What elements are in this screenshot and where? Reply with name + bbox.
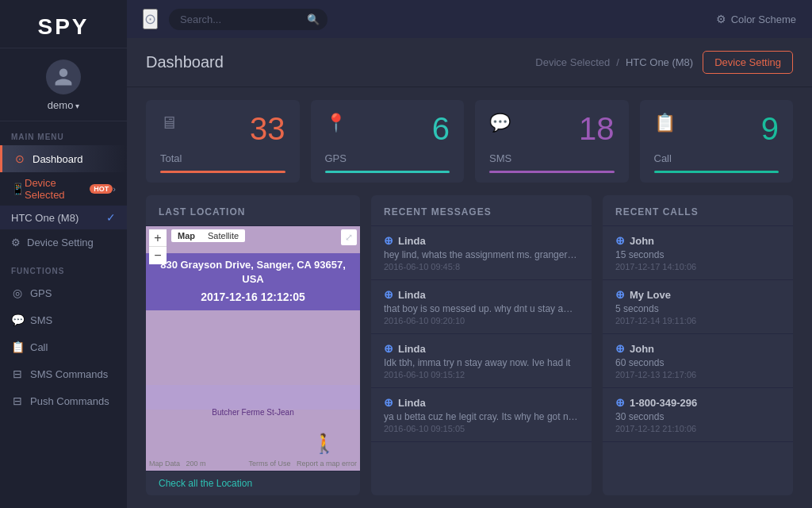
device-setting-button[interactable]: Device Setting: [703, 51, 793, 74]
calls-list: ⊕John 15 seconds 2017-12-17 14:10:06 ⊕My…: [603, 226, 793, 495]
map-panel: LAST LOCATION + − Map Satellite ⤢ 830: [146, 195, 360, 495]
gps-stat-icon: 📍: [325, 113, 347, 133]
page-title: Dashboard: [146, 53, 224, 71]
call-icon-1: ⊕: [615, 288, 625, 301]
zoom-in-button[interactable]: +: [149, 229, 167, 247]
sidebar: SPY demo MAIN MENU ⊙ Dashboard 📱 Device …: [0, 0, 127, 508]
call-name-3: 1-800-349-296: [630, 397, 697, 409]
call-icon-0: ⊕: [615, 234, 625, 247]
breadcrumb-separator: /: [616, 56, 619, 68]
sidebar-item-sms-commands[interactable]: ⊟ SMS Commands: [0, 360, 127, 387]
call-bar: [654, 171, 779, 173]
map-address: 830 Grayson Drive, Sanger, CA 93657, USA…: [146, 253, 360, 310]
checkmark-icon: ✓: [106, 211, 116, 224]
gps-number: 6: [432, 113, 450, 144]
msg-date-2: 2016-06-10 09:15:12: [384, 370, 579, 379]
color-scheme-icon: ⚙: [716, 13, 726, 25]
color-scheme-btn[interactable]: ⚙ Color Scheme: [716, 13, 796, 25]
messages-panel: RECENT MESSAGES ⊕Linda hey lind, whats t…: [371, 195, 592, 495]
map-container[interactable]: + − Map Satellite ⤢ 830 Grayson Drive, S…: [146, 226, 360, 471]
hot-badge: HOT: [90, 184, 113, 194]
sms-stat-icon: 💬: [489, 113, 511, 133]
call-date-1: 2017-12-14 19:11:06: [615, 316, 780, 325]
gps-bar: [325, 171, 450, 173]
device-setting-label: Device Setting: [27, 237, 94, 248]
call-duration-1: 5 seconds: [615, 303, 780, 314]
sidebar-item-call[interactable]: 📋 Call: [0, 333, 127, 360]
topbar: ⊙ 🔍 ⚙ Color Scheme: [127, 0, 812, 38]
call-number: 9: [761, 113, 779, 144]
call-label: Call: [30, 341, 48, 353]
sidebar-item-dashboard[interactable]: ⊙ Dashboard: [0, 145, 127, 172]
message-item-1[interactable]: ⊕Linda that boy is so messed up. why dnt…: [371, 280, 592, 334]
address-line1: 830 Grayson Drive, Sanger, CA 93657,: [152, 258, 354, 272]
location-date: 2017-12-16 12:12:05: [152, 290, 354, 306]
user-profile[interactable]: demo: [0, 48, 127, 121]
page-header: Dashboard Device Selected / HTC One (M8)…: [127, 38, 812, 87]
username[interactable]: demo: [0, 99, 127, 111]
sidebar-device-setting[interactable]: ⚙ Device Setting: [0, 229, 127, 256]
map-terms[interactable]: Terms of Use Report a map error: [248, 460, 357, 468]
call-name-0: John: [630, 235, 654, 247]
map-pin-icon: 🚶: [312, 433, 336, 455]
total-label: Total: [160, 152, 285, 164]
stats-row: 🖥 33 Total 📍 6 GPS 💬 18 SMS 📋: [127, 87, 812, 195]
message-item-2[interactable]: ⊕Linda Idk tbh, imma try n stay away now…: [371, 334, 592, 388]
message-item-0[interactable]: ⊕Linda hey lind, whats the assignment ms…: [371, 226, 592, 280]
road-label: Butcher Ferme St-Jean: [212, 408, 293, 417]
sms-number: 18: [579, 113, 615, 144]
stat-sms: 💬 18 SMS: [475, 100, 629, 183]
msg-date-0: 2016-06-10 09:45:8: [384, 262, 579, 271]
msg-text-2: Idk tbh, imma try n stay away now. Ive h…: [384, 357, 579, 368]
stat-gps: 📍 6 GPS: [311, 100, 465, 183]
avatar: [46, 60, 81, 94]
call-icon: 📋: [11, 341, 24, 353]
recent-calls-title: RECENT CALLS: [603, 195, 793, 226]
sidebar-item-device-selected[interactable]: 📱 Device Selected HOT ›: [0, 172, 127, 206]
sidebar-item-push-commands[interactable]: ⊟ Push Commands: [0, 387, 127, 414]
map-data-label: Map Data 200 m: [149, 460, 206, 468]
device-selected-label: Device Selected: [25, 177, 86, 201]
map-expand-button[interactable]: ⤢: [341, 229, 357, 245]
search-button[interactable]: 🔍: [307, 13, 320, 25]
call-name-2: John: [630, 343, 654, 355]
call-stat-icon: 📋: [654, 113, 676, 133]
satellite-btn[interactable]: Satellite: [201, 229, 245, 242]
msg-sender-1: Linda: [398, 289, 426, 301]
main-content: ⊙ 🔍 ⚙ Color Scheme Dashboard Device Sele…: [127, 0, 812, 508]
total-bar: [160, 171, 285, 173]
push-commands-label: Push Commands: [30, 395, 109, 407]
map-road-area: [146, 385, 360, 410]
msg-sender-2: Linda: [398, 343, 426, 355]
sidebar-item-gps[interactable]: ◎ GPS: [0, 279, 127, 306]
gps-label: GPS: [30, 287, 52, 299]
back-button[interactable]: ⊙: [143, 9, 158, 29]
stat-total: 🖥 33 Total: [146, 100, 300, 183]
msg-date-3: 2016-06-10 09:15:05: [384, 424, 579, 433]
map-btn[interactable]: Map: [171, 229, 201, 242]
call-item-2[interactable]: ⊕John 60 seconds 2017-12-13 12:17:06: [603, 334, 793, 388]
dashboard-icon: ⊙: [13, 152, 26, 165]
message-item-3[interactable]: ⊕Linda ya u betta cuz he legit cray. Its…: [371, 388, 592, 442]
main-menu-label: MAIN MENU: [0, 121, 127, 145]
check-location-link[interactable]: Check all the Location: [146, 471, 360, 495]
total-icon: 🖥: [160, 113, 178, 133]
sms-bar: [489, 171, 615, 173]
call-item-1[interactable]: ⊕My Love 5 seconds 2017-12-14 19:11:06: [603, 280, 793, 334]
call-item-3[interactable]: ⊕1-800-349-296 30 seconds 2017-12-12 21:…: [603, 388, 793, 442]
breadcrumb-device: Device Selected: [535, 56, 610, 68]
call-name-1: My Love: [630, 289, 671, 301]
app-logo: SPY: [0, 0, 127, 48]
search-input[interactable]: [169, 9, 327, 30]
breadcrumb: Device Selected / HTC One (M8): [535, 56, 693, 68]
device-name-row[interactable]: HTC One (M8) ✓: [0, 206, 127, 229]
address-line2: USA: [152, 272, 354, 287]
msg-icon-3: ⊕: [384, 396, 393, 409]
call-icon-3: ⊕: [615, 396, 625, 409]
search-wrap: 🔍: [169, 9, 327, 30]
zoom-out-button[interactable]: −: [149, 247, 167, 264]
total-number: 33: [250, 113, 285, 144]
call-item-0[interactable]: ⊕John 15 seconds 2017-12-17 14:10:06: [603, 226, 793, 280]
functions-label: FUNCTIONS: [0, 256, 127, 279]
sidebar-item-sms[interactable]: 💬 SMS: [0, 306, 127, 333]
